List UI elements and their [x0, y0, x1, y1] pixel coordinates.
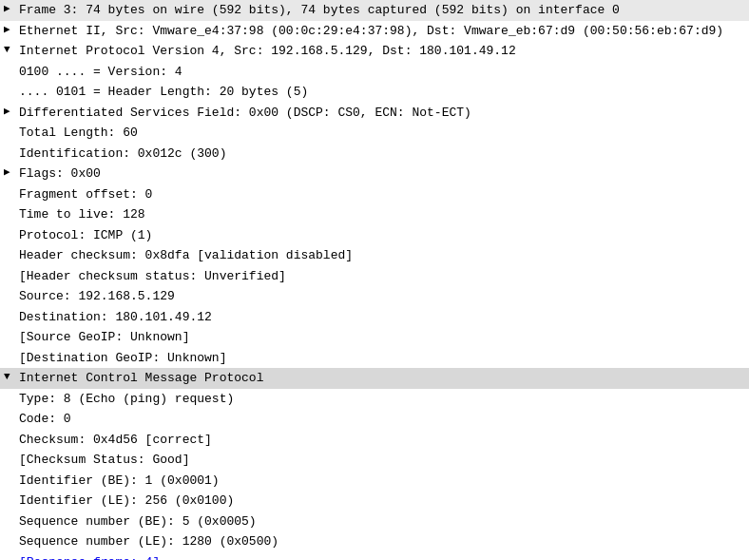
tree-row-icmp-response-frame[interactable]: [Response frame: 4]	[0, 552, 749, 561]
row-text-ipv4-src-geoip: [Source GeoIP: Unknown]	[19, 328, 745, 347]
row-text-icmp-checksum: Checksum: 0x4d56 [correct]	[19, 431, 745, 450]
tree-row-icmp-code[interactable]: Code: 0	[0, 409, 749, 430]
tree-row-ipv4-checksum[interactable]: Header checksum: 0x8dfa [validation disa…	[0, 245, 749, 266]
tree-row-ethernet[interactable]: ▶Ethernet II, Src: Vmware_e4:37:98 (00:0…	[0, 21, 749, 42]
row-text-frame: Frame 3: 74 bytes on wire (592 bits), 74…	[19, 1, 745, 20]
tree-row-ipv4-src-geoip[interactable]: [Source GeoIP: Unknown]	[0, 327, 749, 348]
tree-row-ipv4-header-length[interactable]: .... 0101 = Header Length: 20 bytes (5)	[0, 82, 749, 103]
row-text-ethernet: Ethernet II, Src: Vmware_e4:37:98 (00:0c…	[19, 22, 745, 41]
tree-row-frame[interactable]: ▶Frame 3: 74 bytes on wire (592 bits), 7…	[0, 0, 749, 21]
tree-row-ipv4-ttl[interactable]: Time to live: 128	[0, 204, 749, 225]
row-text-ipv4-ttl: Time to live: 128	[19, 205, 745, 224]
tree-row-ipv4-identification[interactable]: Identification: 0x012c (300)	[0, 144, 749, 164]
tree-row-ipv4-src[interactable]: Source: 192.168.5.129	[0, 286, 749, 307]
tree-row-ipv4-protocol[interactable]: Protocol: ICMP (1)	[0, 225, 749, 246]
row-text-ipv4-dst: Destination: 180.101.49.12	[19, 308, 745, 327]
expand-icon[interactable]: ▼	[4, 42, 17, 58]
row-text-ipv4-flags: Flags: 0x00	[19, 164, 745, 183]
tree-row-ipv4-dst[interactable]: Destination: 180.101.49.12	[0, 307, 749, 328]
tree-row-icmp-id-le[interactable]: Identifier (LE): 256 (0x0100)	[0, 491, 749, 512]
tree-row-ipv4[interactable]: ▼Internet Protocol Version 4, Src: 192.1…	[0, 41, 749, 62]
row-text-ipv4-version: 0100 .... = Version: 4	[19, 63, 745, 82]
tree-row-ipv4-checksum-status[interactable]: [Header checksum status: Unverified]	[0, 266, 749, 287]
row-text-icmp-id-le: Identifier (LE): 256 (0x0100)	[19, 492, 745, 511]
tree-row-icmp-checksum[interactable]: Checksum: 0x4d56 [correct]	[0, 430, 749, 451]
tree-row-ipv4-flags[interactable]: ▶ Flags: 0x00	[0, 164, 749, 184]
row-text-ipv4-checksum-status: [Header checksum status: Unverified]	[19, 267, 745, 286]
expand-icon[interactable]: ▶	[4, 22, 17, 38]
row-text-icmp-type: Type: 8 (Echo (ping) request)	[19, 390, 745, 409]
tree-row-ipv4-version[interactable]: 0100 .... = Version: 4	[0, 62, 749, 83]
row-text-icmp-code: Code: 0	[19, 410, 745, 429]
tree-row-ipv4-frag-offset[interactable]: Fragment offset: 0	[0, 184, 749, 205]
row-text-ipv4-checksum: Header checksum: 0x8dfa [validation disa…	[19, 246, 745, 265]
row-text-ipv4-identification: Identification: 0x012c (300)	[19, 145, 745, 164]
tree-row-ipv4-dst-geoip[interactable]: [Destination GeoIP: Unknown]	[0, 348, 749, 369]
tree-row-ipv4-dsf[interactable]: ▶ Differentiated Services Field: 0x00 (D…	[0, 103, 749, 124]
expand-icon[interactable]: ▶	[4, 164, 17, 181]
row-text-icmp-seq-le: Sequence number (LE): 1280 (0x0500)	[19, 532, 745, 551]
row-text-ipv4-dst-geoip: [Destination GeoIP: Unknown]	[19, 349, 745, 368]
tree-row-ipv4-total-length[interactable]: Total Length: 60	[0, 123, 749, 144]
expand-icon[interactable]: ▶	[4, 104, 17, 120]
row-text-ipv4-protocol: Protocol: ICMP (1)	[19, 226, 745, 245]
row-text-ipv4-total-length: Total Length: 60	[19, 124, 745, 143]
expand-icon[interactable]: ▶	[4, 1, 17, 17]
row-text-icmp-checksum-status: [Checksum Status: Good]	[19, 451, 745, 470]
expand-icon[interactable]: ▼	[4, 369, 17, 385]
row-text-icmp-id-be: Identifier (BE): 1 (0x0001)	[19, 472, 745, 491]
packet-tree: ▶Frame 3: 74 bytes on wire (592 bits), 7…	[0, 0, 749, 560]
row-text-icmp: Internet Control Message Protocol	[19, 369, 745, 388]
tree-row-icmp-type[interactable]: Type: 8 (Echo (ping) request)	[0, 389, 749, 410]
row-text-ipv4-src: Source: 192.168.5.129	[19, 287, 745, 306]
row-text-icmp-response-frame: [Response frame: 4]	[19, 553, 745, 561]
row-text-ipv4-frag-offset: Fragment offset: 0	[19, 185, 745, 204]
tree-row-icmp-id-be[interactable]: Identifier (BE): 1 (0x0001)	[0, 471, 749, 492]
tree-row-icmp-seq-le[interactable]: Sequence number (LE): 1280 (0x0500)	[0, 531, 749, 552]
row-text-icmp-seq-be: Sequence number (BE): 5 (0x0005)	[19, 512, 745, 531]
row-text-ipv4-header-length: .... 0101 = Header Length: 20 bytes (5)	[19, 83, 745, 102]
tree-row-icmp-checksum-status[interactable]: [Checksum Status: Good]	[0, 450, 749, 471]
tree-row-icmp[interactable]: ▼Internet Control Message Protocol	[0, 368, 749, 389]
row-text-ipv4: Internet Protocol Version 4, Src: 192.16…	[19, 42, 745, 61]
tree-row-icmp-seq-be[interactable]: Sequence number (BE): 5 (0x0005)	[0, 512, 749, 532]
row-text-ipv4-dsf: Differentiated Services Field: 0x00 (DSC…	[19, 104, 745, 123]
